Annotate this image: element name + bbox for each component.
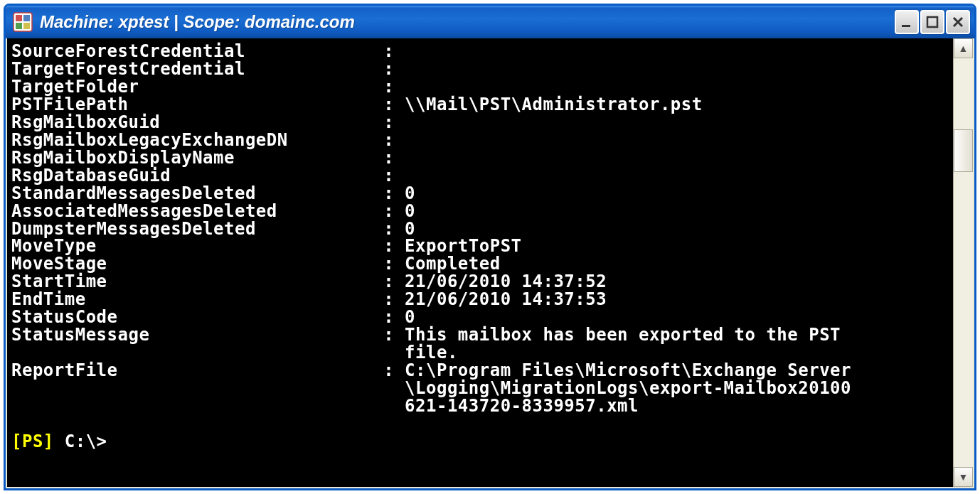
svg-rect-5 [902,25,910,27]
console-window: Machine: xptest | Scope: domainc.com Sou… [4,4,976,490]
svg-rect-6 [927,17,937,27]
maximize-button[interactable] [920,10,944,34]
window-controls [895,10,970,34]
titlebar[interactable]: Machine: xptest | Scope: domainc.com [6,6,974,38]
client-area: SourceForestCredential : TargetForestCre… [6,38,974,488]
minimize-button[interactable] [895,10,919,34]
prompt-ps: [PS] [11,431,54,451]
svg-rect-1 [16,15,22,21]
terminal-output[interactable]: SourceForestCredential : TargetForestCre… [7,38,953,487]
scroll-thumb[interactable] [954,129,973,172]
vertical-scrollbar[interactable]: ▲ ▼ [953,38,973,487]
svg-rect-3 [16,23,22,29]
close-button[interactable] [946,10,970,34]
scroll-track[interactable] [954,58,973,467]
app-icon [13,12,33,32]
svg-rect-2 [23,15,30,21]
scroll-up-button[interactable]: ▲ [954,38,973,58]
svg-rect-4 [23,23,30,29]
window-title: Machine: xptest | Scope: domainc.com [40,12,888,32]
prompt-path: C:\> [54,431,107,451]
scroll-down-button[interactable]: ▼ [954,467,973,487]
